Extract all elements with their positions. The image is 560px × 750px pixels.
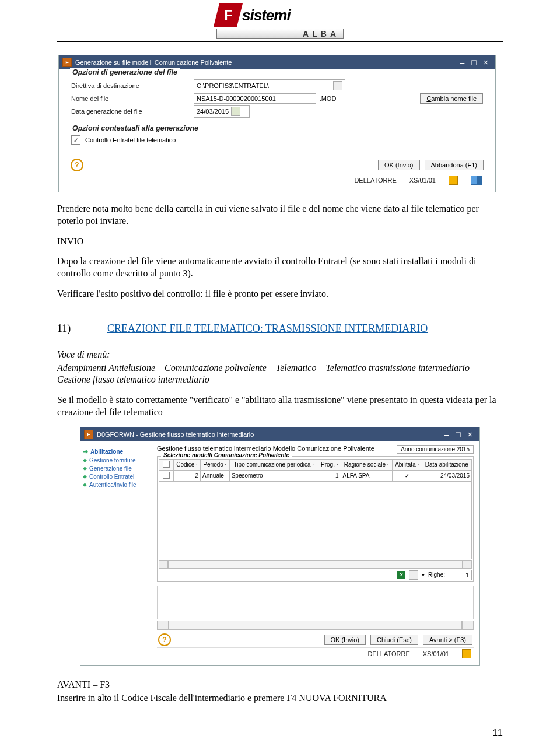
th-select[interactable]: [159, 459, 174, 470]
scroll-track[interactable]: [168, 560, 463, 569]
label-nome-file: Nome del file: [71, 95, 194, 102]
sort-icon[interactable]: ·: [417, 461, 419, 468]
th-data-abilitazione[interactable]: Data abilitazione: [422, 459, 471, 470]
checkbox-label: Controllo Entratel file telematico: [85, 136, 176, 143]
abbandona-button[interactable]: Abbandona (F1): [425, 160, 484, 170]
window-footer: ? OK (Invio) Abbandona (F1): [65, 156, 489, 174]
statusbar: DELLATORRE XS/01/01: [157, 647, 474, 661]
input-nome-file[interactable]: NSA15-D-00000200015001: [194, 93, 316, 104]
scroll-left-button[interactable]: [159, 560, 168, 569]
table-row[interactable]: 2 Annuale Spesometro 1 ALFA SPA ✓ 24/03/…: [159, 470, 472, 481]
sidebar-item-gestione-forniture[interactable]: ◆Gestione forniture: [83, 457, 152, 464]
sidebar: ➜Abilitazione ◆Gestione forniture ◆Gener…: [82, 444, 153, 663]
th-periodo[interactable]: Periodo ·: [201, 459, 230, 470]
select-all-checkbox[interactable]: [163, 461, 170, 468]
row-checkbox[interactable]: [163, 472, 170, 479]
status-icon-yellow: [449, 176, 458, 185]
logo-mark: F: [214, 3, 243, 27]
sidebar-item-autentica-invio[interactable]: ◆Autentica/invio file: [83, 482, 152, 488]
maximize-button[interactable]: □: [468, 58, 480, 67]
rows-label: Righe:: [428, 572, 445, 578]
avanti-button[interactable]: Avanti > (F3): [423, 635, 473, 645]
sidebar-item-abilitazione[interactable]: ➜Abilitazione: [83, 448, 152, 455]
browse-folder-icon[interactable]: [333, 81, 342, 90]
cell-ragione: ALFA SPA: [341, 470, 392, 481]
th-tipo-comunicazione[interactable]: Tipo comunicazione periodica ·: [229, 459, 318, 470]
window-gestione-flusso: F D0GFORWN - Gestione flusso telematico …: [80, 427, 480, 666]
anno-comunicazione-box[interactable]: Anno comunicazione 2015: [397, 445, 474, 454]
header-rule: [57, 41, 503, 44]
th-ragione-sociale[interactable]: Ragione sociale ·: [341, 459, 392, 470]
scroll-right-button[interactable]: [463, 560, 472, 569]
close-button[interactable]: ×: [464, 430, 476, 439]
sort-icon[interactable]: ·: [387, 461, 389, 468]
excel-icon[interactable]: X: [397, 571, 405, 579]
sort-icon[interactable]: ·: [312, 461, 314, 468]
menu-path-header: Voce di menù:: [57, 349, 503, 361]
window-footer: ? OK (Invio) Chiudi (Esc) Avanti > (F3): [157, 630, 474, 647]
table-empty-space: [159, 482, 472, 559]
ok-button[interactable]: OK (Invio): [378, 160, 420, 170]
paragraph: INVIO: [57, 236, 503, 248]
diamond-icon: ◆: [83, 457, 87, 463]
input-data-generazione[interactable]: 24/03/2015: [194, 105, 250, 118]
paragraph: Se il modello è stato correttamente "ver…: [57, 394, 503, 419]
body-text: AVANTI – F3 Inserire in alto il Codice F…: [57, 679, 503, 705]
lower-panel: [157, 586, 474, 619]
sidebar-item-controllo-entratel[interactable]: ◆Controllo Entratel: [83, 474, 152, 480]
th-codice[interactable]: Codice ·: [174, 459, 201, 470]
cell-data-abilitazione: 24/03/2015: [422, 470, 471, 481]
window-title: D0GFORWN - Gestione flusso telematico in…: [97, 431, 441, 438]
section-number: 11): [57, 323, 107, 335]
scroll-track[interactable]: [169, 621, 462, 630]
sidebar-item-generazione-file[interactable]: ◆Generazione file: [83, 465, 152, 472]
app-icon: F: [84, 430, 93, 439]
scroll-left-button[interactable]: [157, 621, 169, 630]
label-ext: .MOD: [316, 95, 340, 102]
paragraph: Prendere nota molto bene della cartella …: [57, 203, 503, 227]
help-icon[interactable]: ?: [158, 633, 171, 646]
sort-icon[interactable]: ·: [337, 461, 338, 468]
close-button[interactable]: ×: [480, 58, 492, 67]
checkbox-controllo-entratel[interactable]: ✓: [71, 135, 80, 145]
th-abilitata[interactable]: Abilitata ·: [392, 459, 422, 470]
data-table: Codice · Periodo · Tipo comunicazione pe…: [159, 459, 472, 482]
calendar-icon[interactable]: [231, 107, 240, 116]
chiudi-button[interactable]: Chiudi (Esc): [370, 635, 418, 645]
lower-scrollbar[interactable]: [157, 621, 474, 630]
sort-icon[interactable]: ·: [225, 461, 227, 468]
fieldset-opzioni-generazione: Opzioni di generazione del file Direttiv…: [65, 73, 489, 125]
titlebar: F Generazione su file modelli Comunicazi…: [59, 55, 495, 69]
status-user: DELLATORRE: [354, 177, 396, 184]
cell-prog: 1: [318, 470, 341, 481]
window-generazione-file: F Generazione su file modelli Comunicazi…: [58, 55, 496, 192]
minimize-button[interactable]: –: [457, 58, 468, 67]
ok-button[interactable]: OK (Invio): [324, 635, 366, 645]
paragraph: Dopo la creazione del file viene automat…: [57, 255, 503, 280]
maximize-button[interactable]: □: [452, 430, 464, 439]
label-direttiva: Direttiva di destinazione: [71, 82, 194, 89]
logo: F sistemi ALBA: [216, 3, 344, 39]
minimize-button[interactable]: –: [441, 430, 453, 439]
fieldset-legend: Opzioni di generazione del file: [70, 68, 180, 76]
th-prog[interactable]: Prog. ·: [318, 459, 341, 470]
fieldset-legend: Selezione modelli Comunicazione Polivale…: [161, 452, 292, 458]
sort-icon[interactable]: ·: [196, 461, 198, 468]
input-value: 24/03/2015: [197, 108, 229, 115]
help-icon[interactable]: ?: [71, 159, 83, 171]
page-number: 11: [492, 728, 503, 738]
section-title: CREAZIONE FILE TELEMATICO: TRASMISSIONE …: [107, 323, 428, 335]
menu-path: Adempimenti Antielusione – Comunicazione…: [57, 362, 503, 387]
cell-codice: 2: [174, 470, 201, 481]
filter-icon[interactable]: [409, 570, 418, 580]
cell-periodo: Annuale: [201, 470, 230, 481]
main-title: Gestione flusso telematico intermediario…: [157, 445, 374, 452]
titlebar: F D0GFORWN - Gestione flusso telematico …: [80, 427, 480, 441]
body-text: Voce di menù: Adempimenti Antielusione –…: [57, 349, 503, 419]
scroll-right-button[interactable]: [462, 621, 474, 630]
cambia-nome-file-button[interactable]: Cambia nome file: [420, 93, 483, 104]
row-count-bar: X ▾ Righe: 1: [159, 570, 472, 580]
diamond-icon: ◆: [83, 465, 87, 471]
input-direttiva[interactable]: C:\PROFIS3\ENTRATEL\: [194, 79, 345, 92]
horizontal-scrollbar[interactable]: [159, 560, 472, 569]
